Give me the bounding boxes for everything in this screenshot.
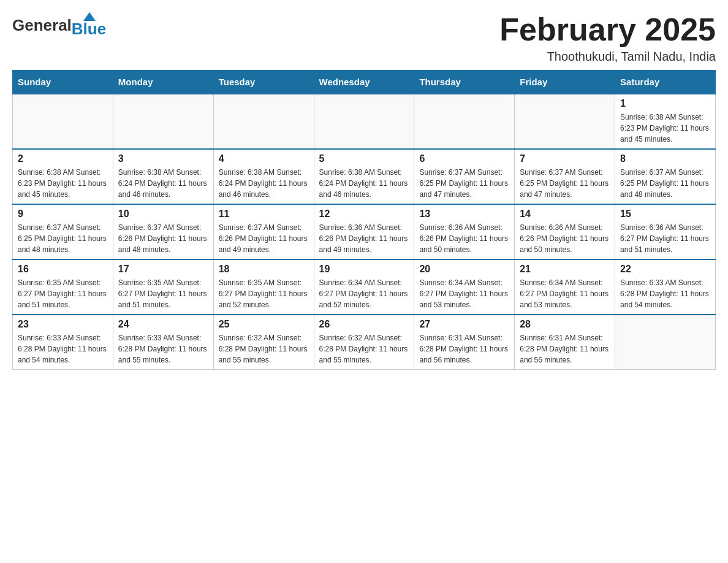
table-row: 17Sunrise: 6:35 AM Sunset: 6:27 PM Dayli… [113,259,213,315]
weekday-header-row: Sunday Monday Tuesday Wednesday Thursday… [13,71,716,94]
header-wednesday: Wednesday [314,71,414,94]
calendar-week-row: 23Sunrise: 6:33 AM Sunset: 6:28 PM Dayli… [13,315,716,370]
table-row: 1Sunrise: 6:38 AM Sunset: 6:23 PM Daylig… [615,94,716,149]
header-saturday: Saturday [615,71,716,94]
calendar-week-row: 9Sunrise: 6:37 AM Sunset: 6:25 PM Daylig… [13,204,716,259]
day-number: 22 [620,264,710,275]
day-number: 26 [319,319,409,330]
logo-general-text: General [12,16,72,35]
day-info: Sunrise: 6:37 AM Sunset: 6:25 PM Dayligh… [620,167,710,200]
day-info: Sunrise: 6:36 AM Sunset: 6:26 PM Dayligh… [319,222,409,255]
header-sunday: Sunday [13,71,113,94]
day-number: 8 [620,153,710,164]
calendar-week-row: 1Sunrise: 6:38 AM Sunset: 6:23 PM Daylig… [13,94,716,149]
table-row: 27Sunrise: 6:31 AM Sunset: 6:28 PM Dayli… [414,315,515,370]
day-number: 19 [319,264,409,275]
calendar-week-row: 16Sunrise: 6:35 AM Sunset: 6:27 PM Dayli… [13,259,716,315]
day-number: 13 [419,209,509,220]
day-info: Sunrise: 6:34 AM Sunset: 6:27 PM Dayligh… [419,277,509,310]
table-row: 24Sunrise: 6:33 AM Sunset: 6:28 PM Dayli… [113,315,213,370]
day-info: Sunrise: 6:34 AM Sunset: 6:27 PM Dayligh… [520,277,610,310]
day-number: 18 [219,264,309,275]
day-number: 12 [319,209,409,220]
day-info: Sunrise: 6:38 AM Sunset: 6:24 PM Dayligh… [319,167,409,200]
day-info: Sunrise: 6:38 AM Sunset: 6:24 PM Dayligh… [118,167,208,200]
day-number: 27 [419,319,509,330]
day-number: 1 [620,98,710,109]
day-number: 20 [419,264,509,275]
day-number: 6 [419,153,509,164]
table-row: 7Sunrise: 6:37 AM Sunset: 6:25 PM Daylig… [515,149,615,204]
day-number: 10 [118,209,208,220]
day-number: 25 [219,319,309,330]
table-row: 15Sunrise: 6:36 AM Sunset: 6:27 PM Dayli… [615,204,716,259]
day-number: 2 [18,153,108,164]
table-row: 26Sunrise: 6:32 AM Sunset: 6:28 PM Dayli… [314,315,414,370]
day-info: Sunrise: 6:31 AM Sunset: 6:28 PM Dayligh… [520,332,610,366]
calendar-week-row: 2Sunrise: 6:38 AM Sunset: 6:23 PM Daylig… [13,149,716,204]
day-info: Sunrise: 6:36 AM Sunset: 6:27 PM Dayligh… [620,222,710,255]
table-row: 22Sunrise: 6:33 AM Sunset: 6:28 PM Dayli… [615,259,716,315]
day-info: Sunrise: 6:31 AM Sunset: 6:28 PM Dayligh… [419,332,509,366]
table-row [515,94,615,149]
day-info: Sunrise: 6:33 AM Sunset: 6:28 PM Dayligh… [18,332,108,366]
month-title: February 2025 [499,12,716,47]
day-number: 7 [520,153,610,164]
day-info: Sunrise: 6:36 AM Sunset: 6:26 PM Dayligh… [520,222,610,255]
table-row [13,94,113,149]
day-info: Sunrise: 6:37 AM Sunset: 6:25 PM Dayligh… [419,167,509,200]
day-number: 24 [118,319,208,330]
table-row [113,94,213,149]
header-friday: Friday [515,71,615,94]
header-tuesday: Tuesday [213,71,314,94]
day-info: Sunrise: 6:37 AM Sunset: 6:26 PM Dayligh… [118,222,208,255]
day-info: Sunrise: 6:37 AM Sunset: 6:26 PM Dayligh… [219,222,309,255]
day-info: Sunrise: 6:36 AM Sunset: 6:26 PM Dayligh… [419,222,509,255]
day-info: Sunrise: 6:38 AM Sunset: 6:23 PM Dayligh… [18,167,108,200]
table-row: 11Sunrise: 6:37 AM Sunset: 6:26 PM Dayli… [213,204,314,259]
day-number: 15 [620,209,710,220]
table-row: 20Sunrise: 6:34 AM Sunset: 6:27 PM Dayli… [414,259,515,315]
table-row: 8Sunrise: 6:37 AM Sunset: 6:25 PM Daylig… [615,149,716,204]
day-info: Sunrise: 6:37 AM Sunset: 6:25 PM Dayligh… [18,222,108,255]
logo-blue-text: Blue [72,20,106,39]
title-block: February 2025 Thoothukudi, Tamil Nadu, I… [499,12,716,64]
table-row: 13Sunrise: 6:36 AM Sunset: 6:26 PM Dayli… [414,204,515,259]
table-row: 10Sunrise: 6:37 AM Sunset: 6:26 PM Dayli… [113,204,213,259]
day-number: 16 [18,264,108,275]
table-row: 5Sunrise: 6:38 AM Sunset: 6:24 PM Daylig… [314,149,414,204]
table-row: 16Sunrise: 6:35 AM Sunset: 6:27 PM Dayli… [13,259,113,315]
day-number: 3 [118,153,208,164]
day-info: Sunrise: 6:33 AM Sunset: 6:28 PM Dayligh… [118,332,208,366]
page-header: General Blue February 2025 Thoothukudi, … [12,12,716,64]
logo-blue-part: Blue [72,12,106,39]
table-row: 9Sunrise: 6:37 AM Sunset: 6:25 PM Daylig… [13,204,113,259]
day-number: 11 [219,209,309,220]
day-info: Sunrise: 6:38 AM Sunset: 6:24 PM Dayligh… [219,167,309,200]
table-row [414,94,515,149]
day-info: Sunrise: 6:32 AM Sunset: 6:28 PM Dayligh… [219,332,309,366]
day-info: Sunrise: 6:37 AM Sunset: 6:25 PM Dayligh… [520,167,610,200]
table-row: 6Sunrise: 6:37 AM Sunset: 6:25 PM Daylig… [414,149,515,204]
day-info: Sunrise: 6:38 AM Sunset: 6:23 PM Dayligh… [620,112,710,145]
table-row: 21Sunrise: 6:34 AM Sunset: 6:27 PM Dayli… [515,259,615,315]
table-row: 18Sunrise: 6:35 AM Sunset: 6:27 PM Dayli… [213,259,314,315]
day-info: Sunrise: 6:34 AM Sunset: 6:27 PM Dayligh… [319,277,409,310]
calendar-table: Sunday Monday Tuesday Wednesday Thursday… [12,70,716,370]
day-number: 14 [520,209,610,220]
location: Thoothukudi, Tamil Nadu, India [499,50,716,64]
day-number: 9 [18,209,108,220]
table-row: 14Sunrise: 6:36 AM Sunset: 6:26 PM Dayli… [515,204,615,259]
header-monday: Monday [113,71,213,94]
day-info: Sunrise: 6:35 AM Sunset: 6:27 PM Dayligh… [219,277,309,310]
logo: General Blue [12,12,106,39]
day-info: Sunrise: 6:35 AM Sunset: 6:27 PM Dayligh… [118,277,208,310]
table-row: 28Sunrise: 6:31 AM Sunset: 6:28 PM Dayli… [515,315,615,370]
table-row: 25Sunrise: 6:32 AM Sunset: 6:28 PM Dayli… [213,315,314,370]
table-row: 12Sunrise: 6:36 AM Sunset: 6:26 PM Dayli… [314,204,414,259]
table-row [615,315,716,370]
table-row [314,94,414,149]
day-number: 4 [219,153,309,164]
day-info: Sunrise: 6:33 AM Sunset: 6:28 PM Dayligh… [620,277,710,310]
table-row: 2Sunrise: 6:38 AM Sunset: 6:23 PM Daylig… [13,149,113,204]
